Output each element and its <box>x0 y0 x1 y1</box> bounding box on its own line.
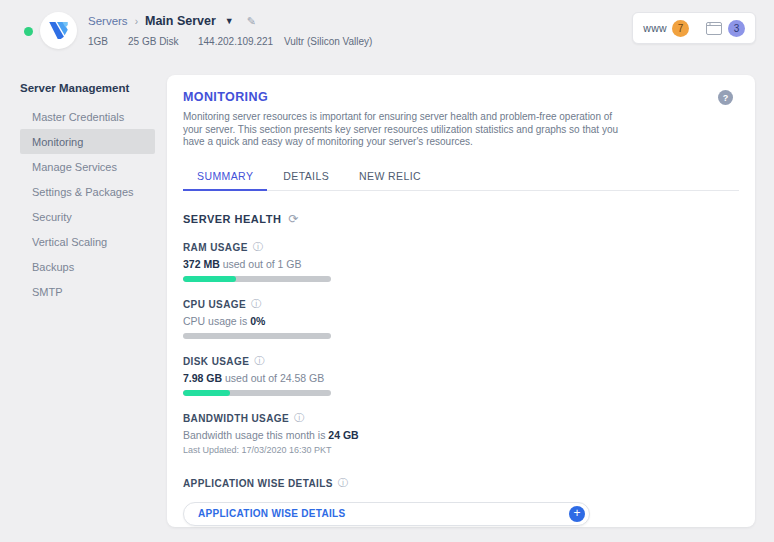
disk-used-suffix: used out of 24.58 GB <box>222 372 324 384</box>
disk-usage-label-row: DISK USAGE ⓘ <box>183 356 739 367</box>
disk-usage-bar-fill <box>183 390 230 396</box>
server-specs: 1GB 25 GB Disk 144.202.109.221 Vultr (Si… <box>88 36 372 47</box>
breadcrumb: Servers › Main Server ▼ ✎ <box>88 13 372 29</box>
info-icon[interactable]: ⓘ <box>294 413 304 423</box>
page-title: MONITORING <box>183 90 739 104</box>
server-disk-spec: 25 GB Disk <box>128 36 198 47</box>
page-description: Monitoring server resources is important… <box>183 111 739 149</box>
topbar-counters: www 7 3 <box>632 12 756 44</box>
help-icon[interactable]: ? <box>718 90 733 105</box>
vultr-logo-icon <box>49 22 68 39</box>
server-ram-spec: 1GB <box>88 36 128 47</box>
disk-usage-label: DISK USAGE <box>183 356 249 367</box>
tab-new-relic[interactable]: NEW RELIC <box>353 170 427 190</box>
server-switcher-caret-icon[interactable]: ▼ <box>225 16 234 26</box>
projects-folder-icon <box>706 22 722 35</box>
server-provider-location: Vultr (Silicon Valley) <box>284 36 372 47</box>
breadcrumb-current-server: Main Server <box>145 14 216 28</box>
cpu-usage-value: CPU usage is 0% <box>183 315 739 327</box>
server-health-header: SERVER HEALTH ⟳ <box>183 213 739 225</box>
application-wise-details-heading: APPLICATION WISE DETAILS <box>183 478 333 489</box>
bandwidth-usage-value: Bandwidth usage this month is 24 GB <box>183 429 739 441</box>
breadcrumb-servers-link[interactable]: Servers <box>88 15 128 27</box>
application-wise-details-expander[interactable]: APPLICATION WISE DETAILS + <box>183 502 590 526</box>
bandwidth-last-updated: Last Updated: 17/03/2020 16:30 PKT <box>183 445 739 455</box>
sidebar-item-security[interactable]: Security <box>20 204 155 229</box>
projects-count-badge[interactable]: 3 <box>728 20 745 37</box>
provider-logo <box>40 12 77 49</box>
ram-used-value: 372 MB <box>183 258 220 270</box>
www-icon: www <box>643 22 667 34</box>
monitoring-panel: ? MONITORING Monitoring server resources… <box>167 75 755 527</box>
monitoring-tabs: SUMMARY DETAILS NEW RELIC <box>183 170 739 191</box>
info-icon[interactable]: ⓘ <box>251 299 261 309</box>
server-health-title: SERVER HEALTH <box>183 213 281 225</box>
refresh-icon[interactable]: ⟳ <box>288 213 298 225</box>
description-line: have a quick and easy way of monitoring … <box>183 136 739 149</box>
info-icon[interactable]: ⓘ <box>338 478 348 488</box>
ram-usage-metric: RAM USAGE ⓘ 372 MB used out of 1 GB <box>183 242 739 282</box>
ram-used-suffix: used out of 1 GB <box>220 258 302 270</box>
ram-usage-bar-fill <box>183 276 236 282</box>
disk-usage-bar <box>183 390 331 396</box>
cpu-usage-prefix: CPU usage is <box>183 315 250 327</box>
cpu-usage-percent: 0% <box>250 315 265 327</box>
cpu-usage-bar <box>183 333 331 339</box>
bandwidth-usage-label: BANDWIDTH USAGE <box>183 413 289 424</box>
tab-summary[interactable]: SUMMARY <box>191 170 259 190</box>
description-line: your server. This section presents key s… <box>183 124 739 137</box>
application-wise-details-button-label: APPLICATION WISE DETAILS <box>198 508 345 519</box>
cpu-usage-label-row: CPU USAGE ⓘ <box>183 299 739 310</box>
server-header: Servers › Main Server ▼ ✎ 1GB 25 GB Disk… <box>88 13 372 47</box>
ram-usage-bar <box>183 276 331 282</box>
sidebar: Server Management Master Credentials Mon… <box>20 78 155 304</box>
disk-usage-metric: DISK USAGE ⓘ 7.98 GB used out of 24.58 G… <box>183 356 739 396</box>
sidebar-title: Server Management <box>20 78 155 104</box>
disk-usage-value: 7.98 GB used out of 24.58 GB <box>183 372 739 384</box>
cpu-usage-label: CPU USAGE <box>183 299 246 310</box>
sidebar-item-monitoring[interactable]: Monitoring <box>20 129 155 154</box>
bandwidth-usage-label-row: BANDWIDTH USAGE ⓘ <box>183 413 739 424</box>
sidebar-item-settings-packages[interactable]: Settings & Packages <box>20 179 155 204</box>
bandwidth-used-value: 24 GB <box>328 429 358 441</box>
ram-usage-label: RAM USAGE <box>183 242 248 253</box>
sidebar-item-vertical-scaling[interactable]: Vertical Scaling <box>20 229 155 254</box>
bandwidth-usage-prefix: Bandwidth usage this month is <box>183 429 328 441</box>
tab-details[interactable]: DETAILS <box>277 170 335 190</box>
sidebar-item-master-credentials[interactable]: Master Credentials <box>20 104 155 129</box>
breadcrumb-separator: › <box>135 16 138 27</box>
ram-usage-value: 372 MB used out of 1 GB <box>183 258 739 270</box>
server-status-dot <box>24 27 33 36</box>
ram-usage-label-row: RAM USAGE ⓘ <box>183 242 739 253</box>
sidebar-item-manage-services[interactable]: Manage Services <box>20 154 155 179</box>
expand-plus-icon[interactable]: + <box>569 506 585 522</box>
disk-used-value: 7.98 GB <box>183 372 222 384</box>
sidebar-item-backups[interactable]: Backups <box>20 254 155 279</box>
description-line: Monitoring server resources is important… <box>183 111 739 124</box>
bandwidth-usage-metric: BANDWIDTH USAGE ⓘ Bandwidth usage this m… <box>183 413 739 455</box>
application-wise-details-heading-row: APPLICATION WISE DETAILS ⓘ <box>183 478 739 489</box>
applications-count-badge[interactable]: 7 <box>672 20 689 37</box>
server-ip-address: 144.202.109.221 <box>198 36 284 47</box>
rename-server-pencil-icon[interactable]: ✎ <box>247 15 256 28</box>
sidebar-item-smtp[interactable]: SMTP <box>20 279 155 304</box>
info-icon[interactable]: ⓘ <box>253 242 263 252</box>
info-icon[interactable]: ⓘ <box>254 356 264 366</box>
cpu-usage-metric: CPU USAGE ⓘ CPU usage is 0% <box>183 299 739 339</box>
